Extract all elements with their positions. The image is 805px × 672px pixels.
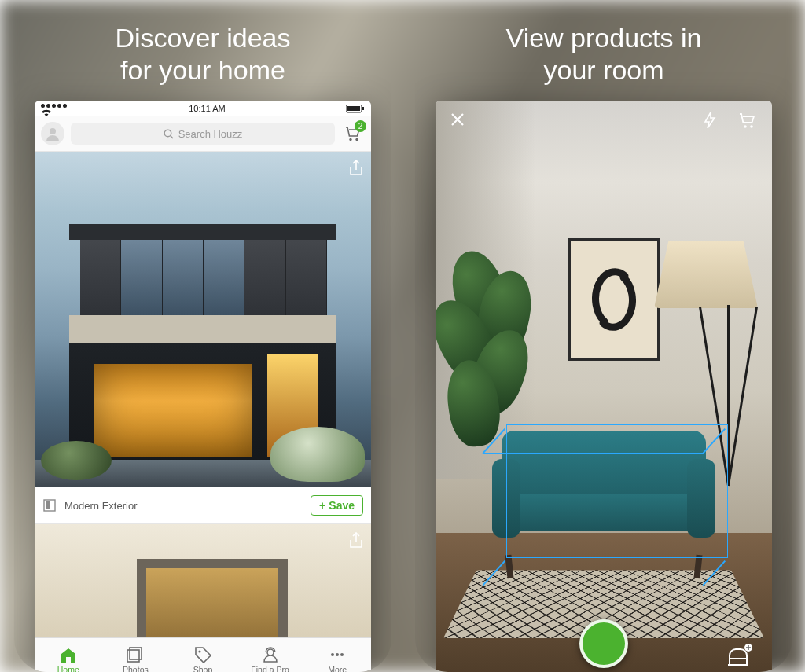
ideabook-icon bbox=[42, 498, 57, 512]
ar-product-sofa[interactable] bbox=[494, 431, 714, 564]
phone-mockup-left: 10:11 AM Search Houzz 2 bbox=[35, 101, 371, 672]
pro-icon bbox=[261, 646, 280, 663]
svg-rect-2 bbox=[362, 107, 364, 110]
tab-home-label: Home bbox=[57, 665, 79, 672]
svg-point-12 bbox=[198, 650, 200, 652]
svg-line-5 bbox=[171, 136, 173, 138]
flash-icon[interactable] bbox=[703, 112, 717, 129]
photo-card-image-2[interactable] bbox=[35, 524, 371, 639]
status-bar: 10:11 AM bbox=[35, 101, 371, 116]
photo-card-image[interactable] bbox=[35, 152, 371, 487]
svg-point-14 bbox=[336, 653, 339, 656]
save-label: Save bbox=[329, 499, 355, 512]
promo-left-title: Discover ideas for your home bbox=[14, 0, 391, 102]
feed[interactable]: Modern Exterior + Save bbox=[35, 152, 371, 639]
promo-left-panel: Discover ideas for your home 10:11 AM Se… bbox=[14, 0, 391, 672]
search-input[interactable]: Search Houzz bbox=[71, 123, 335, 145]
svg-point-13 bbox=[331, 653, 334, 656]
svg-point-3 bbox=[50, 128, 56, 134]
tab-find-a-pro[interactable]: Find a Pro bbox=[237, 638, 304, 672]
svg-point-17 bbox=[750, 125, 753, 128]
home-icon bbox=[59, 646, 78, 663]
svg-point-6 bbox=[349, 138, 351, 141]
tab-photos[interactable]: Photos bbox=[102, 638, 170, 672]
cart-icon[interactable] bbox=[737, 112, 758, 129]
ar-bottom-bar bbox=[436, 619, 772, 668]
title-line-2: your room bbox=[543, 55, 663, 85]
plus-icon: + bbox=[319, 499, 325, 512]
capture-button[interactable] bbox=[579, 619, 628, 668]
tag-icon bbox=[193, 646, 212, 663]
title-line-2: for your home bbox=[120, 55, 285, 85]
more-icon bbox=[328, 646, 347, 663]
cart-badge: 2 bbox=[355, 120, 366, 132]
signal-dots-icon bbox=[41, 101, 68, 117]
close-icon[interactable] bbox=[450, 112, 465, 129]
tab-bar: Home Photos Shop Find a Pro More bbox=[35, 637, 371, 672]
tab-photos-label: Photos bbox=[123, 665, 149, 672]
app-header: Search Houzz 2 bbox=[35, 116, 371, 152]
tab-home[interactable]: Home bbox=[35, 638, 102, 672]
share-icon[interactable] bbox=[349, 160, 363, 177]
person-icon bbox=[45, 126, 61, 141]
title-line-1: View products in bbox=[506, 23, 702, 53]
svg-point-16 bbox=[744, 125, 747, 128]
tab-pro-label: Find a Pro bbox=[251, 665, 289, 672]
svg-rect-9 bbox=[46, 501, 50, 509]
save-button[interactable]: + Save bbox=[311, 495, 363, 516]
svg-point-4 bbox=[164, 130, 171, 137]
floor-lamp bbox=[654, 241, 758, 308]
tab-shop[interactable]: Shop bbox=[169, 638, 237, 672]
ar-top-bar bbox=[436, 112, 772, 129]
search-placeholder: Search Houzz bbox=[178, 128, 243, 140]
wall-art bbox=[568, 238, 660, 361]
battery-icon bbox=[346, 105, 365, 113]
profile-avatar[interactable] bbox=[41, 122, 64, 145]
photo-card-bar: Modern Exterior + Save bbox=[35, 487, 371, 524]
photo-card-title: Modern Exterior bbox=[64, 500, 137, 512]
photos-icon bbox=[126, 646, 145, 663]
share-icon[interactable] bbox=[349, 532, 363, 549]
svg-rect-1 bbox=[347, 106, 360, 111]
cart-button[interactable]: 2 bbox=[341, 122, 365, 145]
ar-screen bbox=[436, 101, 772, 672]
tab-shop-label: Shop bbox=[193, 665, 213, 672]
tab-more[interactable]: More bbox=[303, 638, 371, 672]
search-icon bbox=[164, 129, 174, 139]
svg-point-15 bbox=[340, 653, 344, 656]
title-line-1: Discover ideas bbox=[116, 23, 291, 53]
promo-right-title: View products in your room bbox=[415, 0, 792, 102]
status-time: 10:11 AM bbox=[189, 104, 225, 113]
tab-more-label: More bbox=[328, 665, 347, 672]
promo-right-panel: View products in your room bbox=[415, 0, 792, 672]
add-product-button[interactable] bbox=[726, 643, 753, 666]
svg-point-7 bbox=[355, 138, 358, 141]
